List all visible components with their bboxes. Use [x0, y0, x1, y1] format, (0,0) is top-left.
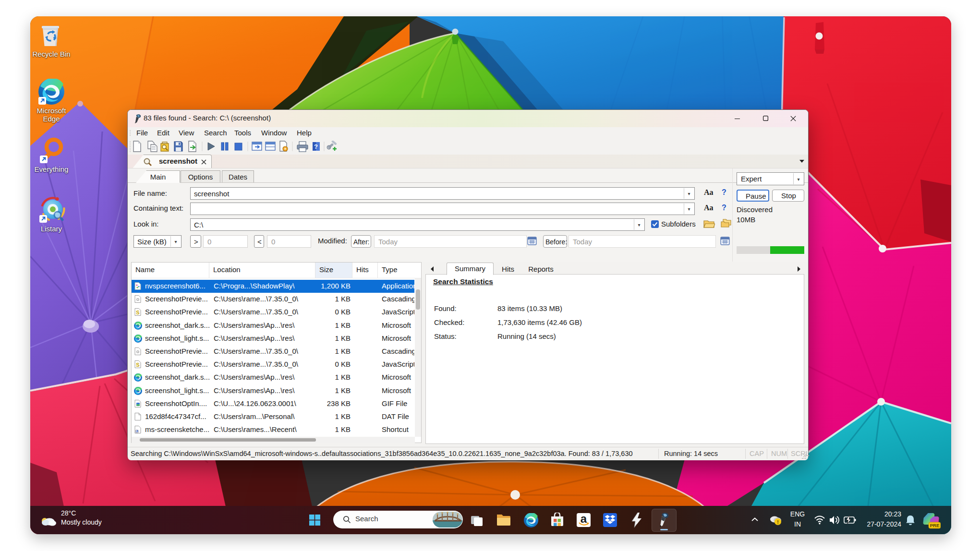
svg-text:S: S: [136, 362, 139, 368]
svg-text:S: S: [136, 310, 139, 315]
svg-text:!: !: [777, 519, 779, 525]
svg-text:?: ?: [314, 143, 318, 150]
svg-text:PRE: PRE: [930, 523, 940, 528]
